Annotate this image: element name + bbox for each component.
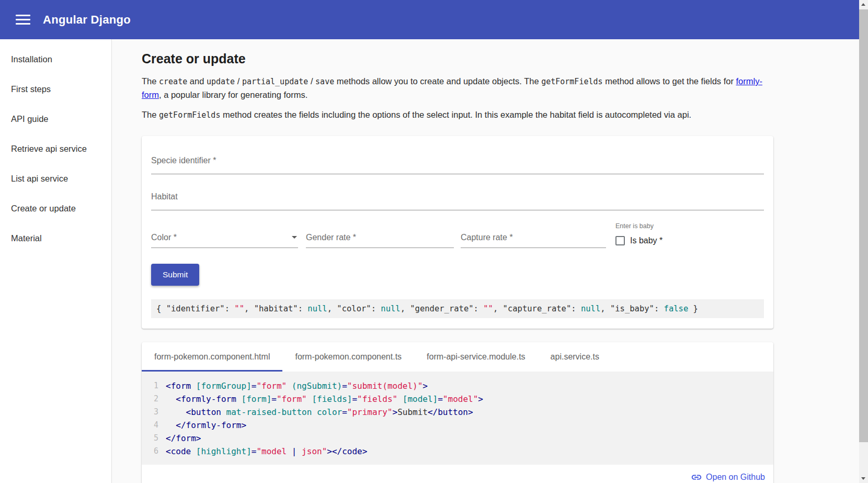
- model-output-token: false: [664, 304, 689, 313]
- code-token: "form": [277, 394, 307, 404]
- code-token: [397, 394, 403, 404]
- code-token: [166, 407, 186, 417]
- link-icon: [691, 471, 702, 483]
- file-tabs: form-pokemon.component.htmlform-pokemon.…: [142, 342, 773, 372]
- paragraph: The getFormFields method creates the fie…: [142, 108, 764, 122]
- model-output-token: , "habitat":: [244, 304, 307, 313]
- code-token: mat-raised-button color: [226, 407, 342, 417]
- code-text: <button mat-raised-button color="primary…: [166, 406, 473, 419]
- tab-form-pokemon-component-html[interactable]: form-pokemon.component.html: [142, 342, 282, 372]
- tab-form-pokemon-component-ts[interactable]: form-pokemon.component.ts: [282, 342, 414, 372]
- line-number: 1: [142, 379, 166, 392]
- code-line: 5</form>: [142, 432, 773, 445]
- open-on-github-link[interactable]: Open on Github: [142, 465, 773, 483]
- code-token: <button: [186, 407, 226, 417]
- paragraph-text: /: [235, 76, 242, 86]
- line-number: 6: [142, 445, 166, 458]
- line-number: 5: [142, 432, 166, 445]
- paragraph: The create and update / partial_update /…: [142, 75, 764, 101]
- intro-paragraphs: The create and update / partial_update /…: [142, 75, 868, 122]
- model-output-token: , "gender_rate":: [401, 304, 484, 313]
- app-title: Angular Django: [43, 13, 131, 27]
- tab-form-api-service-module-ts[interactable]: form-api-service.module.ts: [414, 342, 538, 372]
- code-text: </form>: [166, 432, 201, 445]
- sidebar-item-retrieve-api-service[interactable]: Retrieve api service: [0, 134, 111, 164]
- habitat-field[interactable]: Habitat: [151, 192, 764, 210]
- specie-identifier-label: Specie identifier *: [151, 156, 764, 165]
- code-token: "fields": [357, 394, 397, 404]
- sidebar-item-create-or-update[interactable]: Create or update: [0, 194, 111, 223]
- code-line: 3 <button mat-raised-button color="prima…: [142, 406, 773, 419]
- gender-rate-field[interactable]: Gender rate *: [306, 222, 454, 248]
- tab-api-service-ts[interactable]: api.service.ts: [538, 342, 612, 372]
- specie-identifier-field[interactable]: Specie identifier *: [151, 156, 764, 174]
- paragraph-text: method allows to get the fields for: [603, 76, 736, 86]
- sidebar-item-material[interactable]: Material: [0, 223, 111, 253]
- code-token: (ngSubmit): [292, 381, 342, 391]
- inline-code: update: [207, 77, 235, 86]
- paragraph-text: method creates the fields including the …: [220, 110, 691, 119]
- code-token: =: [342, 381, 347, 391]
- scrollbar-up-arrow-icon[interactable]: [861, 3, 865, 6]
- inline-code: partial_update: [242, 77, 308, 86]
- code-token: [166, 420, 176, 430]
- code-token: ></code>: [327, 446, 367, 456]
- input-underline: [151, 210, 764, 210]
- code-token: "submit(model)": [347, 381, 423, 391]
- submit-button[interactable]: Submit: [151, 264, 199, 286]
- line-number: 4: [142, 419, 166, 432]
- model-output-token: "": [234, 304, 244, 313]
- model-output: { "identifier": "", "habitat": null, "co…: [151, 299, 764, 318]
- hamburger-menu-icon[interactable]: [16, 15, 30, 25]
- code-token: </form>: [166, 433, 201, 443]
- code-token: =: [438, 394, 443, 404]
- inline-code: save: [315, 77, 334, 86]
- paragraph-text: methods allow you to create and update o…: [334, 76, 541, 86]
- model-output-token: "": [483, 304, 493, 313]
- pokemon-form-card: Specie identifier * Habitat Color * Gend…: [142, 136, 773, 329]
- is-baby-checkbox-row[interactable]: Is baby *: [615, 236, 663, 245]
- sidebar-item-installation[interactable]: Installation: [0, 44, 111, 74]
- page-title: Create or update: [142, 51, 868, 66]
- model-output-token: , "color":: [327, 304, 381, 313]
- model-output-token: null: [307, 304, 327, 313]
- line-number: 2: [142, 392, 166, 406]
- code-token: =: [271, 394, 277, 404]
- scrollbar-thumb[interactable]: [859, 9, 868, 442]
- input-underline: [306, 248, 454, 248]
- model-output-token: { "identifier":: [156, 304, 234, 313]
- is-baby-checkbox[interactable]: [615, 236, 625, 245]
- code-text: <formly-form [form]="form" [fields]="fie…: [166, 392, 483, 406]
- code-token: [fields]: [312, 394, 352, 404]
- capture-rate-label: Capture rate *: [461, 233, 606, 242]
- gender-rate-label: Gender rate *: [306, 233, 454, 242]
- code-token: "model: [256, 446, 291, 456]
- code-token: >: [478, 394, 483, 404]
- input-underline: [151, 174, 764, 174]
- code-token: <formly-form: [176, 394, 241, 404]
- sidebar-item-list-api-service[interactable]: List api service: [0, 164, 111, 194]
- code-line: 6<code [highlight]="model | json"></code…: [142, 445, 773, 458]
- color-select-field[interactable]: Color *: [151, 222, 298, 248]
- code-text: <code [highlight]="model | json"></code>: [166, 445, 367, 458]
- code-token: [formGroup]: [196, 381, 252, 391]
- color-label: Color *: [151, 233, 177, 242]
- browser-scrollbar[interactable]: [859, 0, 868, 483]
- code-line: 4 </formly-form>: [142, 419, 773, 432]
- model-output-token: null: [581, 304, 600, 313]
- is-baby-group: Enter is baby Is baby *: [615, 222, 663, 245]
- code-block: 1<form [formGroup]="form" (ngSubmit)="su…: [142, 372, 773, 465]
- code-token: Submit: [397, 407, 428, 417]
- code-token: [287, 381, 292, 391]
- code-token: =: [252, 446, 257, 456]
- sidebar-item-api-guide[interactable]: API guide: [0, 104, 111, 134]
- code-token: =: [352, 394, 357, 404]
- code-token: =: [342, 407, 347, 417]
- sidebar-item-first-steps[interactable]: First steps: [0, 74, 111, 104]
- capture-rate-field[interactable]: Capture rate *: [461, 222, 606, 248]
- paragraph-text: The: [142, 110, 159, 119]
- scrollbar-down-arrow-icon[interactable]: [861, 477, 865, 480]
- line-number: 3: [142, 406, 166, 419]
- habitat-label: Habitat: [151, 192, 764, 201]
- open-on-github-label: Open on Github: [706, 473, 765, 482]
